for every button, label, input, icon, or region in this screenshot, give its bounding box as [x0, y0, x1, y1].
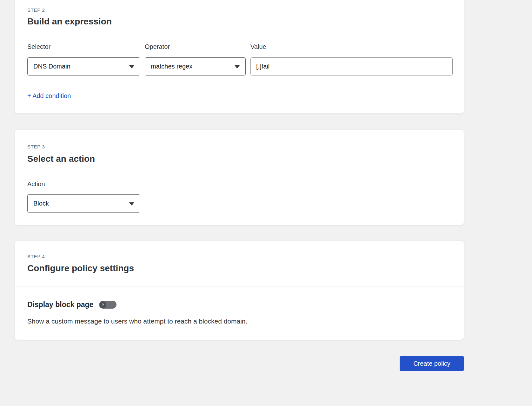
step2-label: STEP 2 [27, 7, 45, 13]
action-dropdown-value: Block [33, 200, 49, 207]
chevron-down-icon [129, 65, 134, 69]
step3-title: Select an action [27, 154, 95, 164]
display-block-page-row: Display block page ✕ [27, 300, 116, 309]
step3-card: STEP 3 Select an action Action Block [15, 129, 464, 225]
toggle-off-x-icon: ✕ [100, 301, 106, 308]
display-block-page-toggle[interactable]: ✕ [99, 301, 116, 309]
step2-title: Build an expression [27, 16, 112, 27]
action-dropdown[interactable]: Block [27, 194, 140, 213]
divider [15, 286, 464, 286]
step4-label: STEP 4 [27, 254, 45, 259]
step4-card: STEP 4 Configure policy settings Display… [15, 240, 464, 340]
selector-dropdown[interactable]: DNS Domain [27, 57, 140, 75]
operator-dropdown-value: matches regex [151, 63, 192, 70]
value-input[interactable] [250, 57, 453, 75]
operator-dropdown[interactable]: matches regex [145, 57, 246, 75]
step3-label: STEP 3 [27, 144, 45, 149]
operator-label: Operator [145, 43, 170, 50]
action-label: Action [27, 180, 45, 188]
step4-title: Configure policy settings [27, 263, 134, 273]
chevron-down-icon [129, 202, 134, 206]
selector-label: Selector [27, 43, 50, 50]
add-condition-link[interactable]: + Add condition [27, 92, 71, 100]
selector-dropdown-value: DNS Domain [33, 63, 70, 70]
create-policy-button[interactable]: Create policy [400, 356, 464, 371]
display-block-page-label: Display block page [27, 300, 93, 309]
value-label: Value [250, 43, 266, 50]
step2-card: STEP 2 Build an expression Selector Oper… [15, 0, 464, 114]
chevron-down-icon [235, 65, 240, 69]
display-block-page-description: Show a custom message to users who attem… [27, 318, 247, 325]
